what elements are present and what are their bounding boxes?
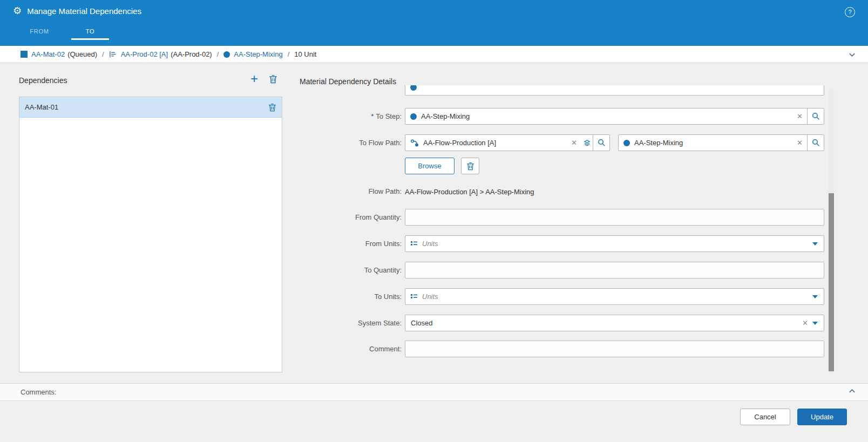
dependencies-title: Dependencies [19, 76, 67, 85]
step-icon [223, 51, 230, 58]
from-quantity-input[interactable] [405, 209, 824, 226]
breadcrumb-quantity: 10 Unit [294, 50, 316, 58]
to-quantity-input[interactable] [405, 262, 824, 278]
step-icon [410, 113, 417, 120]
flow-icon [410, 139, 419, 147]
help-icon[interactable]: ? [845, 7, 855, 17]
clipped-field[interactable] [405, 85, 824, 98]
clear-icon[interactable]: ✕ [792, 139, 807, 147]
manage-material-dependencies-window: ⚙ Manage Material Dependencies FROM TO ?… [0, 0, 868, 442]
direction-tabs: FROM TO [21, 23, 109, 40]
units-list-icon [410, 293, 418, 301]
add-dependency-icon[interactable]: + [250, 72, 258, 85]
delete-dependency-icon[interactable] [269, 74, 277, 84]
material-icon [21, 51, 28, 58]
to-flow-path-flow-value: AA-Flow-Production [A] [423, 139, 567, 147]
comment-input[interactable] [405, 341, 824, 357]
to-units-label: To Units: [270, 288, 402, 305]
dependency-name: AA-Mat-01 [25, 103, 268, 111]
comments-label: Comments: [21, 388, 56, 396]
clear-icon[interactable]: ✕ [792, 112, 807, 120]
search-icon[interactable] [807, 108, 824, 124]
from-units-dropdown[interactable]: Units [405, 235, 824, 252]
breadcrumb-step-link[interactable]: AA-Step-Mixing [234, 50, 282, 58]
step-icon [623, 140, 630, 146]
browse-button[interactable]: Browse [405, 158, 455, 174]
cancel-button[interactable]: Cancel [740, 409, 790, 425]
search-icon[interactable] [593, 135, 609, 151]
dependencies-list: AA-Mat-01 [19, 97, 282, 372]
clear-icon[interactable]: ✕ [567, 139, 581, 147]
to-step-label: *To Step: [270, 108, 402, 125]
to-units-dropdown[interactable]: Units [405, 288, 824, 305]
comment-label: Comment: [270, 341, 402, 357]
manage-gear-icon: ⚙ [13, 6, 22, 16]
breadcrumb-order-link[interactable]: AA-Prod-02 [A] [121, 50, 168, 58]
chevron-down-icon[interactable] [812, 289, 824, 304]
to-flow-path-flow-field[interactable]: AA-Flow-Production [A] ✕ [405, 134, 610, 151]
details-scrollbar-thumb[interactable] [829, 193, 834, 371]
from-units-label: From Units: [270, 235, 402, 252]
tab-to[interactable]: TO [71, 23, 109, 40]
breadcrumb-separator: / [217, 50, 219, 58]
flow-path-value: AA-Flow-Production [A] > AA-Step-Mixing [405, 188, 534, 196]
from-quantity-label: From Quantity: [270, 209, 402, 226]
page-title: Manage Material Dependencies [27, 6, 141, 16]
breadcrumb-material-link[interactable]: AA-Mat-02 [31, 50, 65, 58]
breadcrumb-separator: / [102, 50, 104, 58]
required-marker: * [371, 112, 374, 120]
step-icon [410, 85, 417, 91]
layers-icon[interactable] [581, 139, 593, 146]
tab-from[interactable]: FROM [21, 23, 58, 40]
to-step-value: AA-Step-Mixing [421, 112, 792, 120]
breadcrumb: AA-Mat-02 (Queued) / AA-Prod-02 [A] (AA-… [0, 46, 868, 63]
to-step-field[interactable]: AA-Step-Mixing ✕ [405, 108, 824, 125]
to-units-placeholder: Units [422, 293, 812, 301]
system-state-label: System State: [270, 315, 402, 331]
app-header: ⚙ Manage Material Dependencies FROM TO ? [0, 0, 868, 46]
to-flow-path-label: To Flow Path: [270, 134, 402, 151]
system-state-dropdown[interactable]: Closed ✕ [405, 315, 824, 331]
chevron-down-icon[interactable] [812, 236, 824, 251]
search-icon[interactable] [807, 135, 824, 151]
flow-path-trash-button[interactable] [461, 158, 479, 174]
to-quantity-label: To Quantity: [270, 262, 402, 278]
breadcrumb-separator: / [288, 50, 290, 58]
chevron-down-icon[interactable] [812, 315, 824, 331]
system-state-value: Closed [405, 319, 798, 327]
material-status: (Queued) [67, 50, 97, 58]
to-flow-path-step-value: AA-Step-Mixing [634, 139, 792, 147]
to-flow-path-step-field[interactable]: AA-Step-Mixing ✕ [618, 134, 824, 151]
clear-icon[interactable]: ✕ [798, 319, 812, 327]
details-title: Material Dependency Details [300, 77, 396, 86]
comments-section[interactable]: Comments: [0, 383, 868, 401]
order-detail: (AA-Prod-02) [171, 50, 212, 58]
breadcrumb-collapse-chevron-down-icon[interactable] [848, 51, 856, 59]
dependency-list-item[interactable]: AA-Mat-01 [19, 97, 282, 118]
flow-path-label: Flow Path: [270, 186, 402, 197]
process-icon [109, 50, 117, 58]
comments-collapse-chevron-up-icon[interactable] [848, 387, 856, 395]
units-list-icon [410, 240, 418, 248]
from-units-placeholder: Units [422, 240, 812, 248]
update-button[interactable]: Update [797, 409, 847, 425]
